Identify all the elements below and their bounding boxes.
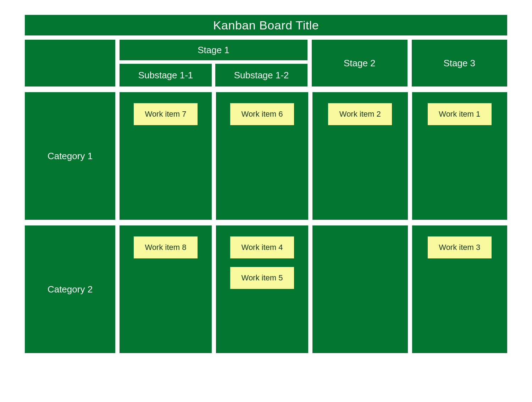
cell-cat1-sub1[interactable]: Work item 7 bbox=[120, 92, 212, 220]
cell-cat1-stage2[interactable]: Work item 2 bbox=[312, 92, 408, 220]
stage-1-header[interactable]: Stage 1 bbox=[120, 40, 307, 60]
stage-2-header[interactable]: Stage 2 bbox=[312, 40, 408, 86]
work-item-card[interactable]: Work item 5 bbox=[230, 267, 294, 289]
work-item-card[interactable]: Work item 3 bbox=[427, 236, 492, 259]
cell-cat1-sub2[interactable]: Work item 6 bbox=[216, 92, 308, 220]
work-item-card[interactable]: Work item 7 bbox=[133, 103, 198, 125]
stage-1-group: Stage 1 Substage 1-1 Substage 1-2 bbox=[120, 40, 307, 86]
substage-1-1-header[interactable]: Substage 1-1 bbox=[120, 64, 212, 86]
category-2-row: Category 2 Work item 8 Work item 4 Work … bbox=[25, 225, 507, 353]
kanban-board: Kanban Board Title Stage 1 Substage 1-1 … bbox=[25, 15, 507, 353]
cell-cat2-sub2[interactable]: Work item 4 Work item 5 bbox=[216, 225, 308, 353]
work-item-card[interactable]: Work item 2 bbox=[328, 103, 392, 125]
work-item-card[interactable]: Work item 6 bbox=[230, 103, 294, 125]
cell-cat2-sub1[interactable]: Work item 8 bbox=[120, 225, 212, 353]
work-item-card[interactable]: Work item 8 bbox=[133, 236, 198, 259]
work-item-card[interactable]: Work item 4 bbox=[230, 236, 294, 259]
header-blank-cell bbox=[25, 40, 115, 86]
category-1-row: Category 1 Work item 7 Work item 6 Work … bbox=[25, 92, 507, 220]
cell-cat2-stage2[interactable] bbox=[312, 225, 408, 353]
work-item-card[interactable]: Work item 1 bbox=[427, 103, 492, 125]
category-1-label[interactable]: Category 1 bbox=[25, 92, 115, 220]
title-divider bbox=[25, 35, 507, 36]
category-2-label[interactable]: Category 2 bbox=[25, 225, 115, 353]
substage-1-2-header[interactable]: Substage 1-2 bbox=[215, 64, 307, 86]
board-title: Kanban Board Title bbox=[25, 15, 507, 35]
stage-header-row: Stage 1 Substage 1-1 Substage 1-2 Stage … bbox=[25, 40, 507, 86]
stage-3-header[interactable]: Stage 3 bbox=[412, 40, 508, 86]
cell-cat2-stage3[interactable]: Work item 3 bbox=[412, 225, 508, 353]
cell-cat1-stage3[interactable]: Work item 1 bbox=[412, 92, 508, 220]
